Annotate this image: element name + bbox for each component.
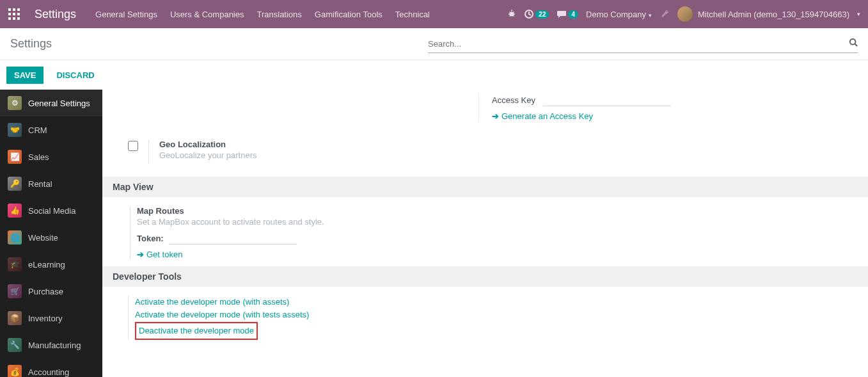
sidebar-item-rental[interactable]: 🔑Rental — [0, 170, 102, 197]
search-input[interactable] — [428, 35, 849, 52]
nav-gamification[interactable]: Gamification Tools — [308, 0, 389, 28]
geo-title: Geo Localization — [159, 140, 256, 149]
sidebar-item-label: Sales — [28, 152, 49, 162]
svg-rect-8 — [17, 17, 20, 20]
top-navbar: Settings General Settings Users & Compan… — [0, 0, 868, 28]
svg-line-19 — [855, 44, 858, 47]
thumbsup-icon: 👍 — [8, 204, 22, 218]
sidebar-item-label: Inventory — [28, 314, 62, 323]
messages-icon[interactable]: 4 — [556, 9, 578, 19]
developer-tools-block: Activate the developer mode (with assets… — [102, 287, 868, 349]
section-developer-tools: Developer Tools — [102, 266, 868, 287]
navbar-right: 22 4 Demo Company▾ Mitchell Admin (demo_… — [507, 6, 868, 22]
geo-localization-checkbox[interactable] — [128, 141, 138, 151]
nav-technical[interactable]: Technical — [389, 0, 436, 28]
activities-icon[interactable]: 22 — [524, 9, 549, 19]
sidebar-item-label: Rental — [28, 179, 52, 189]
app-brand: Settings — [28, 8, 89, 21]
chart-icon: 📈 — [8, 150, 22, 164]
sidebar-item-social-media[interactable]: 👍Social Media — [0, 197, 102, 224]
svg-line-13 — [510, 12, 511, 13]
apps-menu-icon[interactable] — [0, 0, 28, 28]
svg-line-14 — [513, 12, 514, 13]
control-bar: Settings — [0, 28, 868, 60]
cart-icon: 🛒 — [8, 284, 22, 298]
gradcap-icon: 🎓 — [8, 257, 22, 271]
handshake-icon: 🤝 — [8, 123, 22, 137]
debug-icon[interactable] — [507, 10, 516, 19]
sidebar-item-label: Manufacturing — [28, 341, 81, 350]
activate-dev-tests-link[interactable]: Activate the developer mode (with tests … — [135, 309, 842, 321]
settings-main[interactable]: Access Key ➔Generate an Access Key Geo L… — [102, 90, 868, 377]
nav-menu: General Settings Users & Companies Trans… — [89, 0, 436, 28]
map-routes-title: Map Routes — [137, 206, 842, 216]
sidebar-item-inventory[interactable]: 📦Inventory — [0, 305, 102, 332]
action-bar: SAVE DISCARD — [0, 60, 868, 90]
svg-line-15 — [510, 15, 511, 17]
svg-line-16 — [513, 15, 514, 17]
sidebar-item-label: CRM — [28, 125, 47, 135]
top-settings-row: Access Key ➔Generate an Access Key — [102, 90, 868, 134]
geo-localization-block: Geo Localization GeoLocalize your partne… — [102, 134, 868, 177]
sidebar-item-website[interactable]: 🌐Website — [0, 224, 102, 251]
activate-dev-assets-link[interactable]: Activate the developer mode (with assets… — [135, 296, 842, 309]
svg-rect-2 — [17, 8, 20, 11]
section-map-view: Map View — [102, 177, 868, 197]
deactivate-dev-link[interactable]: Deactivate the developer mode — [139, 325, 254, 337]
sidebar-item-label: General Settings — [28, 99, 90, 108]
sidebar-item-manufacturing[interactable]: 🔧Manufacturing — [0, 332, 102, 358]
arrow-icon: ➔ — [492, 111, 499, 121]
map-routes-desc: Set a MapBox account to activate routes … — [137, 217, 842, 227]
svg-rect-6 — [8, 17, 11, 20]
map-routes-block: Map Routes Set a MapBox account to activ… — [102, 197, 868, 266]
nav-general-settings[interactable]: General Settings — [89, 0, 164, 28]
activities-badge: 22 — [535, 10, 549, 19]
svg-point-18 — [850, 39, 856, 45]
deactivate-dev-highlight: Deactivate the developer mode — [135, 322, 258, 340]
sidebar-item-label: eLearning — [28, 260, 65, 269]
username: Mitchell Admin (demo_130_1594704663) — [698, 10, 849, 19]
wrench-icon[interactable] — [659, 8, 670, 20]
arrow-icon: ➔ — [137, 250, 144, 259]
sidebar-item-elearning[interactable]: 🎓eLearning — [0, 251, 102, 278]
nav-translations[interactable]: Translations — [251, 0, 308, 28]
box-icon: 📦 — [8, 311, 22, 325]
access-key-label: Access Key — [492, 95, 543, 105]
sidebar-item-crm[interactable]: 🤝CRM — [0, 116, 102, 143]
globe-icon: 🌐 — [8, 230, 22, 245]
wrench-icon: 🔧 — [8, 338, 22, 352]
sidebar-item-label: Social Media — [28, 206, 75, 216]
search-wrap — [428, 35, 858, 53]
user-menu[interactable]: Mitchell Admin (demo_130_1594704663) ▾ — [677, 6, 860, 22]
sidebar-item-general-settings[interactable]: ⚙General Settings — [0, 90, 102, 116]
save-button[interactable]: SAVE — [6, 67, 43, 84]
svg-rect-7 — [13, 17, 15, 20]
avatar — [677, 6, 693, 22]
get-token-link[interactable]: ➔Get token — [137, 250, 182, 259]
token-label: Token: — [137, 234, 164, 243]
sidebar-item-accounting[interactable]: 💰Accounting — [0, 358, 102, 377]
company-switcher[interactable]: Demo Company▾ — [586, 10, 652, 19]
geo-desc: GeoLocalize your partners — [159, 150, 256, 160]
sidebar-item-sales[interactable]: 📈Sales — [0, 143, 102, 170]
svg-rect-4 — [13, 13, 15, 15]
svg-rect-1 — [13, 8, 15, 11]
money-icon: 💰 — [8, 365, 22, 377]
svg-rect-0 — [8, 8, 11, 11]
svg-rect-5 — [17, 13, 20, 15]
nav-users-companies[interactable]: Users & Companies — [164, 0, 251, 28]
token-input[interactable] — [169, 232, 297, 245]
sidebar-item-purchase[interactable]: 🛒Purchase — [0, 278, 102, 305]
discard-button[interactable]: DISCARD — [50, 67, 100, 84]
gear-icon: ⚙ — [8, 96, 22, 110]
settings-sidebar[interactable]: ⚙General Settings 🤝CRM 📈Sales 🔑Rental 👍S… — [0, 90, 102, 377]
sidebar-item-label: Purchase — [28, 287, 63, 296]
page-title: Settings — [10, 37, 52, 51]
search-icon[interactable] — [849, 38, 858, 49]
sidebar-item-label: Accounting — [28, 367, 69, 377]
messages-badge: 4 — [568, 10, 578, 19]
sidebar-item-label: Website — [28, 233, 58, 243]
access-key-input[interactable] — [543, 93, 671, 106]
generate-access-key-link[interactable]: ➔Generate an Access Key — [492, 111, 593, 121]
svg-rect-3 — [8, 13, 11, 15]
